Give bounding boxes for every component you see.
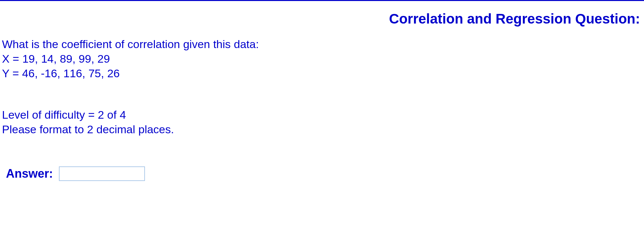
answer-row: Answer:	[2, 166, 642, 181]
content-area: What is the coefficient of correlation g…	[0, 37, 644, 181]
difficulty-level: Level of difficulty = 2 of 4	[2, 107, 642, 122]
page-title: Correlation and Regression Question:	[0, 1, 644, 37]
question-block: What is the coefficient of correlation g…	[2, 37, 642, 81]
meta-block: Level of difficulty = 2 of 4 Please form…	[2, 107, 642, 137]
question-x-values: X = 19, 14, 89, 99, 29	[2, 51, 642, 66]
answer-input[interactable]	[59, 166, 145, 181]
question-y-values: Y = 46, -16, 116, 75, 26	[2, 66, 642, 81]
question-prompt: What is the coefficient of correlation g…	[2, 37, 642, 51]
answer-label: Answer:	[6, 167, 53, 181]
format-instruction: Please format to 2 decimal places.	[2, 122, 642, 137]
